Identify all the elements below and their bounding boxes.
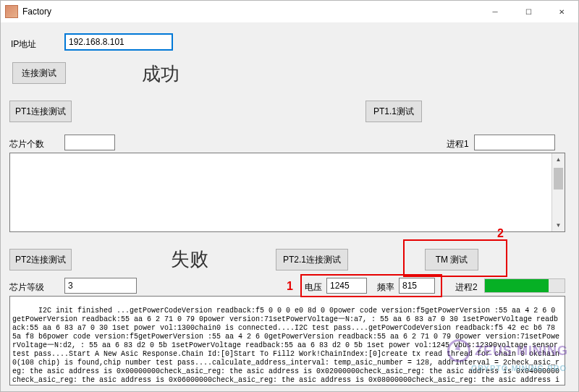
window-title: Factory bbox=[22, 7, 51, 17]
minimize-button[interactable]: ─ bbox=[478, 1, 512, 22]
annotation-1: 1 bbox=[287, 280, 293, 293]
chip-grade-input[interactable] bbox=[64, 278, 137, 294]
client-area: IP地址 连接测试 成功 PT1连接测试 PT1.1测试 芯片个数 进程1 ▲ … bbox=[1, 22, 578, 391]
chip-grade-label: 芯片等级 bbox=[9, 281, 44, 294]
chip-count-label: 芯片个数 bbox=[9, 138, 44, 150]
freq-label: 频率 bbox=[377, 281, 394, 294]
app-icon bbox=[5, 5, 18, 18]
close-button[interactable]: ✕ bbox=[545, 1, 578, 22]
scroll-down-icon[interactable]: ▼ bbox=[552, 219, 565, 231]
pt2-connect-test-button[interactable]: PT2连接测试 bbox=[9, 249, 72, 270]
ip-label: IP地址 bbox=[11, 38, 36, 51]
log2-content: I2C init finished ...getPowerCodeVersion… bbox=[12, 307, 562, 385]
app-window: Factory ─ ☐ ✕ IP地址 连接测试 成功 PT1连接测试 PT1.1… bbox=[0, 0, 579, 392]
pt11-test-button[interactable]: PT1.1测试 bbox=[365, 101, 422, 122]
pt1-connect-test-button[interactable]: PT1连接测试 bbox=[9, 101, 72, 122]
thread2-progress-fill bbox=[485, 279, 549, 292]
log1-scrollbar[interactable]: ▲ ▼ bbox=[551, 153, 565, 231]
thread2-progress bbox=[484, 278, 565, 293]
thread1-input[interactable] bbox=[474, 135, 555, 150]
scroll-thumb[interactable] bbox=[554, 168, 563, 189]
tm-test-button[interactable]: TM 测试 bbox=[425, 249, 478, 270]
voltage-label: 电压 bbox=[305, 281, 322, 294]
log1-textarea[interactable]: ▲ ▼ bbox=[9, 153, 565, 232]
log1-content bbox=[12, 155, 550, 230]
pt21-connect-test-button[interactable]: PT2.1连接测试 bbox=[276, 249, 348, 270]
freq-input[interactable] bbox=[399, 278, 435, 294]
voltage-input[interactable] bbox=[326, 278, 367, 294]
connect-test-button[interactable]: 连接测试 bbox=[12, 62, 66, 84]
ip-input[interactable] bbox=[64, 33, 173, 51]
status-bottom: 失败 bbox=[171, 247, 208, 272]
status-top: 成功 bbox=[142, 61, 179, 87]
maximize-button[interactable]: ☐ bbox=[512, 1, 545, 22]
annotation-2: 2 bbox=[497, 227, 504, 240]
log2-textarea[interactable]: I2C init finished ...getPowerCodeVersion… bbox=[9, 296, 565, 385]
thread1-label: 进程1 bbox=[447, 138, 469, 150]
chip-count-input[interactable] bbox=[64, 135, 115, 150]
titlebar: Factory ─ ☐ ✕ bbox=[1, 1, 578, 23]
scroll-up-icon[interactable]: ▲ bbox=[552, 153, 565, 166]
thread2-label: 进程2 bbox=[455, 281, 478, 294]
